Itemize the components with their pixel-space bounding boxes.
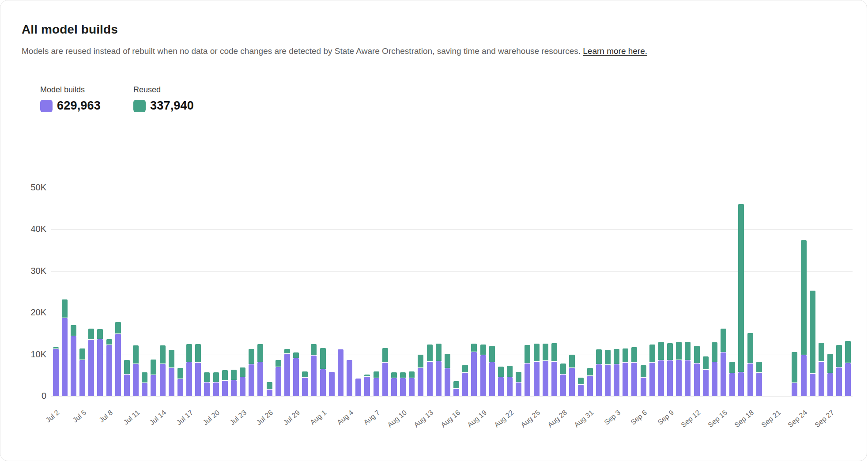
bar-model-builds-jul-30[interactable] [302, 378, 308, 396]
bar-model-builds-aug-31[interactable] [587, 376, 593, 396]
bar-reused-jul-16[interactable] [177, 368, 183, 379]
bar-model-builds-aug-9[interactable] [391, 378, 397, 396]
bar-model-builds-aug-30[interactable] [578, 385, 584, 396]
bar-model-builds-aug-4[interactable] [347, 360, 352, 396]
bar-model-builds-aug-21[interactable] [498, 377, 504, 396]
bar-model-builds-jul-3[interactable] [62, 318, 68, 396]
bar-reused-aug-7[interactable] [374, 371, 379, 378]
bar-model-builds-aug-7[interactable] [374, 378, 379, 396]
bar-reused-jul-8[interactable] [106, 339, 112, 345]
bar-model-builds-sep-14[interactable] [712, 362, 717, 396]
bar-model-builds-aug-23[interactable] [516, 382, 521, 396]
bar-model-builds-aug-11[interactable] [409, 378, 415, 396]
bar-reused-jul-26[interactable] [267, 382, 272, 389]
bar-model-builds-sep-8[interactable] [658, 360, 664, 396]
bar-reused-sep-28[interactable] [836, 345, 842, 367]
bar-model-builds-jul-26[interactable] [267, 390, 272, 396]
bar-model-builds-aug-3[interactable] [338, 349, 343, 396]
bar-reused-sep-17[interactable] [738, 204, 744, 372]
bar-reused-sep-27[interactable] [827, 354, 833, 373]
bar-reused-jul-28[interactable] [284, 349, 290, 353]
bar-model-builds-jul-7[interactable] [97, 339, 103, 396]
bar-model-builds-jul-13[interactable] [151, 375, 156, 396]
bar-model-builds-sep-16[interactable] [729, 373, 735, 396]
bar-reused-aug-27[interactable] [551, 343, 557, 361]
bar-reused-jul-2[interactable] [53, 347, 59, 348]
bar-reused-jul-29[interactable] [293, 352, 299, 358]
bar-reused-sep-14[interactable] [712, 342, 717, 361]
bar-reused-sep-8[interactable] [658, 342, 664, 360]
bar-reused-sep-7[interactable] [649, 345, 655, 363]
bar-reused-aug-22[interactable] [507, 366, 513, 377]
bar-model-builds-aug-25[interactable] [534, 362, 540, 396]
bar-reused-aug-31[interactable] [587, 368, 593, 375]
bar-model-builds-jul-11[interactable] [133, 364, 139, 396]
bar-model-builds-sep-15[interactable] [721, 352, 726, 396]
bar-reused-aug-28[interactable] [560, 364, 566, 374]
bar-reused-sep-1[interactable] [596, 349, 602, 364]
bar-model-builds-aug-2[interactable] [329, 372, 335, 396]
bar-model-builds-jul-17[interactable] [186, 362, 192, 396]
bar-reused-jul-20[interactable] [213, 372, 219, 382]
bar-reused-aug-23[interactable] [516, 372, 521, 382]
bar-reused-aug-17[interactable] [462, 365, 468, 372]
bar-model-builds-jul-8[interactable] [106, 345, 112, 396]
bar-reused-jul-4[interactable] [71, 325, 76, 336]
bar-model-builds-jul-29[interactable] [293, 358, 299, 396]
bar-reused-aug-18[interactable] [471, 344, 477, 352]
bar-reused-jul-17[interactable] [186, 344, 192, 362]
bar-reused-jul-7[interactable] [97, 329, 103, 339]
bar-model-builds-sep-27[interactable] [827, 373, 833, 396]
bar-model-builds-jul-28[interactable] [284, 354, 290, 396]
bar-model-builds-sep-2[interactable] [605, 365, 611, 396]
bar-model-builds-aug-6[interactable] [364, 377, 370, 396]
bar-model-builds-aug-28[interactable] [560, 375, 566, 396]
bar-reused-sep-10[interactable] [676, 342, 682, 360]
bar-model-builds-jul-4[interactable] [71, 336, 76, 396]
bar-model-builds-sep-4[interactable] [623, 363, 628, 396]
bar-reused-jul-6[interactable] [88, 329, 94, 339]
bar-model-builds-jul-18[interactable] [195, 363, 201, 396]
bar-reused-aug-1[interactable] [320, 348, 326, 368]
bar-reused-aug-12[interactable] [418, 355, 423, 367]
bar-reused-jul-22[interactable] [231, 370, 237, 380]
bar-reused-aug-10[interactable] [400, 372, 406, 378]
bar-reused-sep-29[interactable] [845, 341, 851, 363]
bar-reused-sep-5[interactable] [631, 347, 637, 362]
bar-reused-aug-30[interactable] [578, 378, 584, 384]
bar-model-builds-aug-20[interactable] [489, 362, 495, 396]
bar-model-builds-aug-26[interactable] [543, 361, 548, 396]
bar-model-builds-jul-20[interactable] [213, 382, 219, 396]
bar-model-builds-sep-13[interactable] [703, 370, 709, 396]
bar-model-builds-jul-19[interactable] [204, 382, 210, 396]
bar-model-builds-aug-27[interactable] [551, 362, 557, 396]
bar-model-builds-jul-14[interactable] [160, 364, 166, 396]
bar-model-builds-jul-9[interactable] [115, 334, 121, 396]
bar-model-builds-sep-7[interactable] [649, 363, 655, 396]
bar-reused-jul-23[interactable] [240, 367, 245, 377]
bar-reused-jul-14[interactable] [160, 345, 166, 364]
bar-reused-aug-13[interactable] [427, 345, 433, 361]
bar-reused-jul-5[interactable] [79, 348, 85, 360]
bar-model-builds-aug-15[interactable] [445, 368, 450, 396]
bar-reused-aug-14[interactable] [436, 344, 442, 361]
bar-reused-aug-20[interactable] [489, 346, 495, 362]
bar-model-builds-sep-24[interactable] [801, 355, 807, 396]
bar-reused-aug-6[interactable] [364, 375, 370, 376]
bar-reused-jul-18[interactable] [195, 344, 201, 363]
bar-reused-aug-26[interactable] [543, 344, 548, 360]
bar-reused-sep-3[interactable] [614, 349, 619, 364]
bar-model-builds-jul-2[interactable] [53, 349, 59, 396]
bar-model-builds-jul-23[interactable] [240, 377, 245, 396]
bar-reused-aug-15[interactable] [445, 354, 450, 368]
bar-model-builds-sep-18[interactable] [747, 364, 753, 396]
bar-reused-jul-25[interactable] [257, 344, 263, 362]
bar-model-builds-sep-26[interactable] [819, 362, 824, 396]
bar-model-builds-aug-29[interactable] [569, 368, 575, 396]
bar-reused-sep-2[interactable] [605, 350, 611, 364]
bar-reused-sep-25[interactable] [810, 291, 815, 373]
bar-reused-aug-25[interactable] [534, 344, 540, 361]
bar-model-builds-sep-11[interactable] [685, 360, 691, 396]
bar-model-builds-jul-5[interactable] [79, 360, 85, 396]
bar-reused-aug-8[interactable] [382, 348, 388, 362]
